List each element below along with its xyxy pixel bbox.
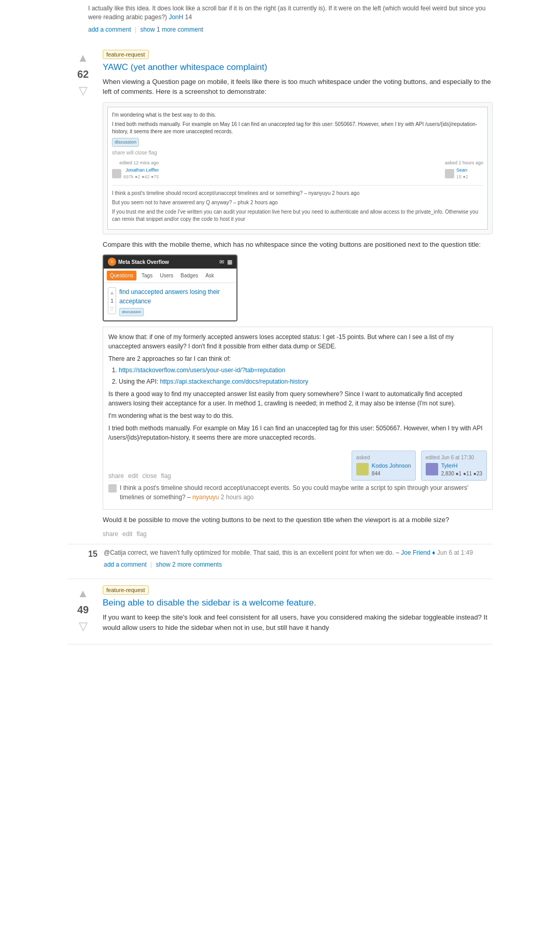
post-tag-2[interactable]: feature-request bbox=[103, 585, 149, 595]
inner-question-block: We know that: if one of my formerly acce… bbox=[103, 327, 493, 510]
editor-card: edited Jun 6 at 17:30 TylerH 2,830 ●1 ●1… bbox=[421, 451, 487, 481]
answer-user-block: asked Kodos Johnson 844 edited Jun 6 at … bbox=[352, 451, 487, 481]
post-block-2: ▲ 49 ▽ feature-request Being able to dis… bbox=[67, 579, 493, 644]
editor-rep: 2,830 ●1 ●11 ●23 bbox=[441, 470, 482, 477]
editor-avatar bbox=[426, 463, 438, 475]
inner-comment-1: I think a post's timeline should record … bbox=[108, 481, 487, 504]
inner-close-link[interactable]: close bbox=[142, 471, 157, 481]
vote-column-2: ▲ 49 ▽ bbox=[67, 585, 99, 638]
share-link-1[interactable]: share bbox=[103, 530, 118, 538]
post-block-1: ▲ 62 ▽ feature-request YAWC (yet another… bbox=[67, 44, 493, 544]
top-comment-user-link[interactable]: JonH bbox=[169, 13, 183, 21]
asker-rep: 844 bbox=[372, 470, 411, 477]
ss-tag-1: discussion bbox=[112, 138, 139, 147]
show-more-comments-top[interactable]: show 1 more comment bbox=[141, 24, 203, 35]
inner-comment-user[interactable]: nyanyuyu bbox=[192, 494, 219, 501]
vote-down-button-2[interactable]: ▽ bbox=[75, 618, 91, 635]
post-footer-1: share edit flag bbox=[103, 530, 493, 538]
answer-block-1: 15 @Catija correct, we haven't fully opt… bbox=[67, 544, 493, 580]
top-comment-actions: add a comment | show 1 more comment bbox=[88, 24, 488, 35]
top-comment-text: I actually like this idea. It does look … bbox=[88, 4, 488, 22]
flag-link-1[interactable]: flag bbox=[136, 530, 146, 538]
vote-column-1: ▲ 62 ▽ bbox=[67, 50, 99, 538]
mobile-logo-icon: S bbox=[108, 258, 116, 266]
mobile-nav: Questions Tags Users Badges Ask bbox=[104, 269, 236, 283]
screenshot-1: I'm wondering what is the best way to do… bbox=[103, 102, 493, 234]
post-body-1: When viewing a Question page on mobile, … bbox=[103, 77, 493, 525]
add-comment-link-1[interactable]: add a comment bbox=[104, 561, 147, 568]
inner-comment-avatar bbox=[108, 484, 117, 493]
mobile-header-icon-2: ▦ bbox=[227, 258, 232, 266]
post-tag-1[interactable]: feature-request bbox=[103, 50, 149, 59]
vote-count-2: 49 bbox=[77, 604, 89, 616]
post-content-2: feature-request Being able to disable th… bbox=[99, 585, 493, 638]
vote-count-1: 62 bbox=[77, 68, 89, 80]
post-body-2: If you want to keep the site's look and … bbox=[103, 612, 493, 632]
vote-up-button-1[interactable]: ▲ bbox=[75, 50, 91, 66]
answer-comment-user-1[interactable]: Joe Friend ♦ bbox=[401, 549, 435, 556]
mobile-vote-up[interactable]: ▲ bbox=[109, 289, 115, 297]
asker-avatar bbox=[356, 463, 369, 475]
asker-avatar-ss1 bbox=[445, 169, 454, 178]
mobile-header-icon-1: ✉ bbox=[219, 258, 224, 266]
inner-edit-link[interactable]: edit bbox=[128, 471, 138, 481]
answer-comment-actions-1: add a comment | show 2 more comments bbox=[104, 559, 493, 570]
edit-link-1[interactable]: edit bbox=[122, 530, 132, 538]
vote-down-button-1[interactable]: ▽ bbox=[75, 82, 91, 99]
answer-content-1: @Catija correct, we haven't fully optimi… bbox=[104, 549, 493, 575]
editor-name[interactable]: TylerH bbox=[441, 461, 482, 470]
answer-comment-line-1: @Catija correct, we haven't fully optimi… bbox=[104, 549, 493, 557]
top-comment-area: I actually like this idea. It does look … bbox=[67, 0, 493, 44]
mobile-vote-col[interactable]: ▲ 1 ▽ bbox=[108, 287, 116, 315]
editor-avatar-ss1 bbox=[112, 169, 121, 178]
inner-post-footer: share edit close flag asked Kodos Johnso… bbox=[108, 446, 487, 481]
inner-flag-link[interactable]: flag bbox=[161, 471, 171, 481]
post-title-1[interactable]: YAWC (yet another whitespace complaint) bbox=[103, 62, 493, 73]
vote-up-button-2[interactable]: ▲ bbox=[75, 585, 91, 602]
show-more-comments-1[interactable]: show 2 more comments bbox=[156, 559, 222, 570]
post-title-2[interactable]: Being able to disable the sidebar is a w… bbox=[103, 598, 493, 608]
asker-name[interactable]: Kodos Johnson bbox=[372, 461, 411, 470]
post-content-1: feature-request YAWC (yet another whites… bbox=[99, 50, 493, 538]
mobile-vote-down[interactable]: ▽ bbox=[110, 305, 114, 313]
screenshot-2-mobile: S Meta Stack Overflow ✉ ▦ Questions Tags… bbox=[103, 255, 237, 321]
answer-score-1: 15 bbox=[88, 549, 104, 575]
asker-card: asked Kodos Johnson 844 bbox=[352, 451, 416, 481]
inner-share-link[interactable]: share bbox=[108, 471, 124, 481]
add-comment-link-top[interactable]: add a comment bbox=[88, 26, 131, 33]
